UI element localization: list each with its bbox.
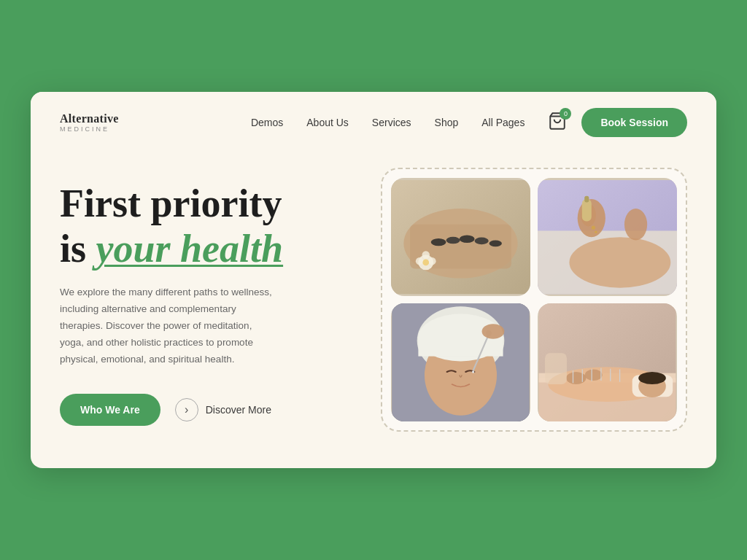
svg-point-41 <box>566 372 586 384</box>
svg-point-33 <box>482 324 505 339</box>
svg-point-6 <box>460 235 475 242</box>
discover-circle-icon: › <box>175 398 198 421</box>
svg-point-4 <box>431 238 446 246</box>
nav-item-allpages[interactable]: All Pages <box>481 117 525 128</box>
svg-point-13 <box>422 259 429 265</box>
hero-heading-line1: First priority <box>60 182 282 225</box>
logo-title: Alternative <box>60 112 119 125</box>
svg-rect-19 <box>582 199 592 221</box>
svg-point-12 <box>428 257 436 265</box>
svg-point-22 <box>595 230 597 233</box>
oil-massage-image <box>538 178 677 296</box>
hero-heading: First priority is your health <box>60 181 352 271</box>
image-card-1 <box>391 178 530 296</box>
image-grid <box>381 168 687 432</box>
hero-heading-line2-normal: is <box>60 227 96 271</box>
logo-subtitle: MEDICINE <box>60 125 119 133</box>
nav-links: Demos About Us Services Shop All Pages <box>251 116 525 129</box>
nav-item-services[interactable]: Services <box>372 117 411 128</box>
svg-rect-49 <box>545 353 567 384</box>
hero-description: We explore the many different paths to w… <box>60 284 279 368</box>
who-we-are-button[interactable]: Who We Are <box>60 394 160 426</box>
svg-rect-29 <box>418 338 503 357</box>
logo: Alternative MEDICINE <box>60 112 119 133</box>
facial-treatment-image <box>391 303 530 421</box>
body-massage-image <box>538 303 677 421</box>
main-window: Alternative MEDICINE Demos About Us Serv… <box>31 92 716 469</box>
svg-point-7 <box>475 237 489 244</box>
svg-point-40 <box>638 372 666 384</box>
discover-more-label: Discover More <box>206 404 271 416</box>
nav-item-shop[interactable]: Shop <box>435 117 459 128</box>
discover-more-button[interactable]: › Discover More <box>175 398 271 421</box>
nav-item-about[interactable]: About Us <box>306 117 349 128</box>
hero-content: First priority is your health We explore… <box>60 174 352 427</box>
cart-badge: 0 <box>560 108 571 120</box>
hero-buttons: Who We Are › Discover More <box>60 394 352 426</box>
hero-heading-highlight: your health <box>96 227 284 271</box>
nav-item-demos[interactable]: Demos <box>251 117 283 128</box>
svg-point-11 <box>416 257 423 265</box>
svg-point-23 <box>624 209 647 240</box>
massage-stones-image <box>391 178 530 296</box>
hero-images <box>381 168 687 432</box>
svg-point-8 <box>489 240 502 246</box>
hero-section: First priority is your health We explore… <box>31 153 716 469</box>
nav-right: 0 Book Session <box>548 108 687 137</box>
book-session-button[interactable]: Book Session <box>581 108 687 137</box>
svg-point-16 <box>569 237 670 287</box>
svg-point-42 <box>585 370 603 381</box>
svg-point-5 <box>446 236 460 244</box>
image-card-4 <box>538 303 677 421</box>
svg-point-21 <box>592 225 595 229</box>
svg-point-10 <box>422 251 430 258</box>
image-card-3 <box>391 303 530 421</box>
svg-rect-20 <box>584 195 589 202</box>
svg-point-32 <box>472 370 474 373</box>
cart-button[interactable]: 0 <box>548 112 567 133</box>
navbar: Alternative MEDICINE Demos About Us Serv… <box>31 92 716 153</box>
image-card-2 <box>538 178 677 296</box>
